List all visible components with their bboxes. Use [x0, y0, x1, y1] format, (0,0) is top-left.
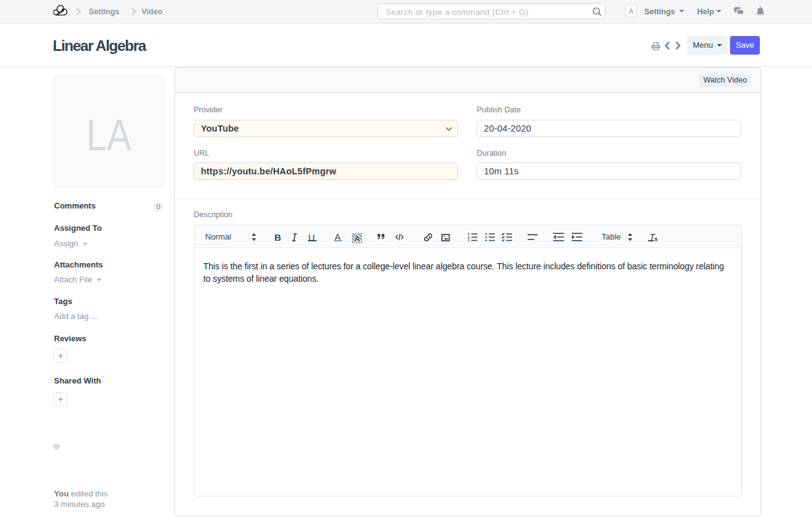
svg-text:3: 3: [467, 238, 469, 241]
svg-text:A: A: [354, 234, 360, 243]
